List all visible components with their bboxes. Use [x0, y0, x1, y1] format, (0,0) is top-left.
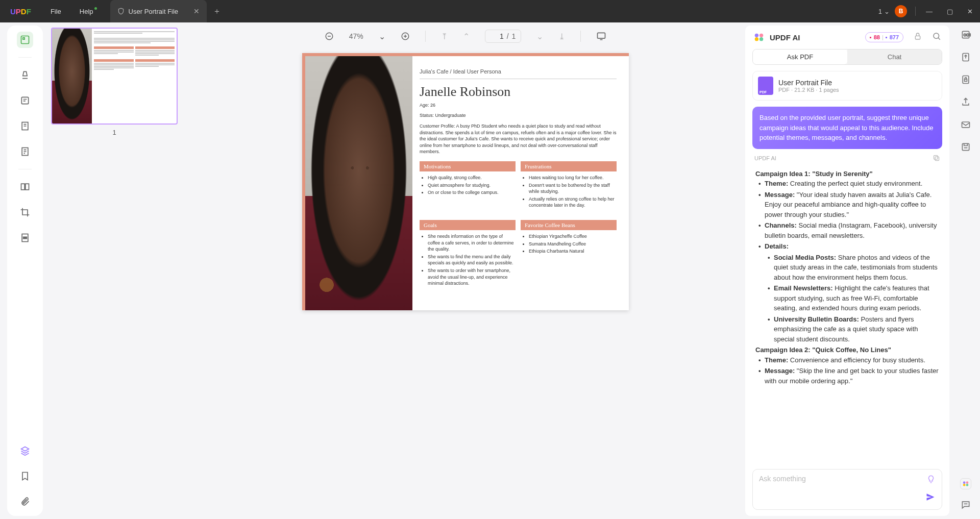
- portrait-thumb-icon: [52, 29, 92, 123]
- ai-panel-title: UPDF AI: [770, 33, 800, 42]
- crop-tool[interactable]: [17, 204, 33, 220]
- attachment-icon[interactable]: [17, 493, 33, 510]
- edit-text-tool[interactable]: [17, 92, 33, 109]
- tab-chat[interactable]: Chat: [847, 50, 942, 64]
- ai-response-label: UPDF AI: [754, 155, 776, 161]
- maximize-button[interactable]: ▢: [940, 8, 960, 15]
- section-goals-list: She needs information on the type of cof…: [420, 230, 516, 293]
- pdf-file-icon: [758, 77, 773, 95]
- svg-rect-11: [598, 33, 605, 38]
- redact-tool[interactable]: [17, 230, 33, 246]
- svg-text:OCR: OCR: [964, 33, 971, 37]
- new-tab-button[interactable]: ＋: [207, 6, 227, 17]
- zoom-value: 47%: [349, 32, 363, 40]
- svg-rect-21: [962, 122, 970, 128]
- ai-tabs: Ask PDF Chat: [752, 49, 942, 65]
- persona-name: Janelle Robinson: [420, 84, 617, 100]
- thumbnails-tool[interactable]: [17, 32, 33, 48]
- notification-dot-icon: [94, 7, 97, 10]
- svg-rect-8: [23, 237, 27, 238]
- user-prompt: Based on the provided user portrait, sug…: [752, 107, 942, 149]
- thumbnail-panel: 1: [43, 22, 186, 519]
- page-thumbnail-1[interactable]: [51, 28, 178, 125]
- protect-icon[interactable]: [961, 75, 971, 87]
- document-view: 47% ⌄ ⤒ ⌃ / 1 ⌄ ⤓ Julia's Cafe / Ideal U…: [186, 22, 745, 519]
- page-tool[interactable]: [17, 118, 33, 134]
- organize-tool[interactable]: [17, 179, 33, 195]
- pdf-page: Julia's Cafe / Ideal User Persona Janell…: [302, 53, 629, 310]
- svg-rect-22: [962, 143, 969, 150]
- page-indicator[interactable]: / 1: [485, 30, 522, 43]
- app-logo: UPDF: [0, 7, 41, 16]
- lock-icon[interactable]: [914, 32, 922, 42]
- section-motivations-title: Motivations: [420, 161, 516, 171]
- next-page-button[interactable]: ⌄: [536, 32, 543, 41]
- ai-prompt-input[interactable]: [759, 475, 936, 491]
- section-beans-title: Favorite Coffee Beans: [521, 220, 617, 230]
- ai-toggle-icon[interactable]: [960, 478, 971, 489]
- zoom-dropdown[interactable]: ⌄: [379, 32, 385, 41]
- ai-response: Campaign Idea 1: "Study in Serenity" The…: [752, 166, 942, 465]
- section-frustrations-list: Hates waiting too long for her coffee. D…: [521, 171, 617, 215]
- tab-count-dropdown[interactable]: 1⌄: [878, 8, 890, 15]
- document-tab[interactable]: User Portrait File ✕: [110, 0, 207, 22]
- tab-ask-pdf[interactable]: Ask PDF: [753, 50, 847, 64]
- right-toolbar: OCR: [951, 22, 980, 519]
- attached-file-name: User Portrait File: [778, 79, 839, 87]
- zoom-out-button[interactable]: [325, 32, 334, 41]
- section-frustrations-title: Frustrations: [521, 161, 617, 171]
- comments-icon[interactable]: [961, 500, 971, 512]
- ai-credit-badges[interactable]: ▪88 | ▪877: [865, 32, 903, 42]
- svg-rect-12: [915, 36, 920, 39]
- convert-icon[interactable]: [961, 52, 971, 64]
- svg-point-13: [934, 33, 939, 39]
- attached-file-meta: PDF · 21.2 KB · 1 pages: [778, 87, 839, 93]
- updf-ai-logo-icon: [753, 32, 765, 43]
- highlight-tool[interactable]: [17, 67, 33, 83]
- search-icon[interactable]: [932, 32, 941, 43]
- ocr-icon[interactable]: OCR: [961, 30, 971, 42]
- svg-rect-15: [934, 155, 938, 159]
- svg-rect-6: [26, 184, 29, 190]
- first-page-button[interactable]: ⤒: [441, 32, 448, 41]
- zoom-in-button[interactable]: [401, 32, 410, 41]
- view-toolbar: 47% ⌄ ⤒ ⌃ / 1 ⌄ ⤓: [186, 22, 745, 50]
- ai-input-area: [752, 469, 942, 510]
- svg-rect-14: [935, 157, 939, 161]
- thumbnail-page-number: 1: [51, 129, 178, 136]
- copy-icon[interactable]: [933, 154, 940, 163]
- email-icon[interactable]: [961, 119, 971, 132]
- save-icon[interactable]: [961, 142, 971, 154]
- section-beans-list: Ethiopian Yirgacheffe Coffee Sumatra Man…: [521, 230, 617, 261]
- last-page-button[interactable]: ⤓: [558, 32, 565, 41]
- layers-icon[interactable]: [17, 442, 33, 459]
- svg-rect-20: [965, 79, 967, 81]
- titlebar: UPDF File Help User Portrait File ✕ ＋ 1⌄…: [0, 0, 980, 22]
- shield-icon: [117, 8, 125, 15]
- bookmark-icon[interactable]: [17, 468, 33, 484]
- menu-help[interactable]: Help: [70, 0, 106, 22]
- left-toolbar: [7, 26, 43, 516]
- prev-page-button[interactable]: ⌃: [463, 32, 470, 41]
- svg-rect-1: [23, 38, 24, 39]
- send-button[interactable]: [925, 492, 936, 504]
- suggestions-icon[interactable]: [926, 475, 936, 486]
- close-window-button[interactable]: ✕: [960, 8, 980, 15]
- page-canvas[interactable]: Julia's Cafe / Ideal User Persona Janell…: [186, 50, 745, 519]
- attached-file-card[interactable]: User Portrait File PDF · 21.2 KB · 1 pag…: [752, 71, 942, 101]
- form-tool[interactable]: [17, 143, 33, 160]
- persona-profile: Customer Profile: A busy PhD Student who…: [420, 123, 617, 155]
- page-input[interactable]: [491, 32, 504, 40]
- close-tab-icon[interactable]: ✕: [193, 7, 200, 15]
- minimize-button[interactable]: —: [919, 8, 940, 15]
- presentation-button[interactable]: [596, 31, 606, 41]
- doc-breadcrumb: Julia's Cafe / Ideal User Persona: [420, 68, 617, 79]
- tab-title: User Portrait File: [129, 8, 179, 15]
- share-icon[interactable]: [961, 97, 971, 109]
- persona-status: Status: Undergraduate: [420, 113, 617, 118]
- section-motivations-list: High quality, strong coffee. Quiet atmos…: [420, 171, 516, 202]
- user-avatar[interactable]: B: [895, 5, 907, 17]
- section-goals-title: Goals: [420, 220, 516, 230]
- menu-file[interactable]: File: [41, 0, 70, 22]
- persona-age: Age: 26: [420, 103, 617, 108]
